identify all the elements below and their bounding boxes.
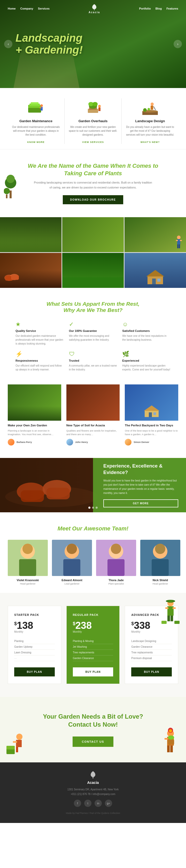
about-heading: We Are the Name of the Game When It Come…	[15, 162, 171, 177]
plan2-name: Regular Pack	[73, 613, 113, 616]
plan3-feature-1: Landscape Designing	[131, 639, 172, 644]
svg-rect-21	[153, 106, 156, 110]
plan2-period: Monthly	[73, 630, 113, 633]
plan1-buy-button[interactable]: BUY PLAN	[14, 668, 55, 676]
svg-rect-76	[174, 621, 180, 624]
svg-point-13	[98, 105, 101, 107]
social-linkedin[interactable]: in	[95, 800, 102, 807]
social-googleplus[interactable]: g+	[105, 800, 112, 807]
plan1-features: Planting Garden Upkeep Lawn Dressing —	[14, 639, 55, 661]
footer-credit: Made by FairThemes / Part of the Qudens …	[8, 811, 178, 815]
svg-rect-32	[179, 244, 180, 248]
team-member-1: Violet Krasnoski Head gardener	[8, 540, 48, 585]
gallery-item-1	[0, 217, 62, 252]
svg-rect-36	[11, 275, 19, 280]
guarantee-icon: ✓	[69, 321, 117, 328]
about-section: We Are the Name of the Game When It Come…	[0, 149, 186, 217]
svg-rect-65	[152, 559, 169, 576]
banner-description: Would you love to have the best garden i…	[103, 479, 178, 495]
blog-post-3: The Perfect Backyard in Two Days One of …	[125, 384, 178, 446]
service2-description: We create and fertilize your new garden …	[69, 125, 117, 137]
footer-social-row: f t in g+	[8, 800, 178, 807]
svg-rect-39	[152, 279, 156, 284]
hero-prev-button[interactable]: ‹	[4, 40, 12, 48]
why-item3-title: Satisfied Customers	[122, 329, 171, 332]
social-facebook[interactable]: f	[74, 800, 81, 807]
blog-post-1: Make your Own Zen Garden Planning a land…	[8, 384, 61, 446]
svg-rect-85	[164, 738, 168, 740]
svg-point-19	[143, 108, 147, 112]
experienced-icon: 🌿	[122, 351, 171, 358]
plan2-features: Planting & Moving Jet Washing Tree repla…	[73, 639, 113, 661]
hero-title: Landscaping + Gardening!	[15, 32, 83, 56]
svg-rect-1	[28, 107, 41, 113]
gallery-section	[0, 217, 186, 288]
why-item4-title: Responsiveness	[15, 359, 64, 362]
blog-post-2: New Type of Soil for Acacia Qualities an…	[66, 384, 120, 446]
plan3-buy-button[interactable]: BUY PLAN	[131, 668, 172, 676]
why-item-4: ⚡ Responsiveness Our efficient staff wil…	[15, 351, 64, 371]
team-photo-4	[140, 540, 180, 576]
blog2-desc: Qualities and flowers are seeds for insp…	[66, 429, 120, 436]
svg-rect-70	[173, 607, 176, 609]
blog3-desc: One of the best ways to be a good neighb…	[125, 429, 178, 436]
pricing-section: Starter Pack $138 Monthly Planting Garde…	[0, 593, 186, 697]
team-member-3: Thora Jade Plant specialist	[96, 540, 136, 585]
team3-name: Thora Jade	[96, 579, 136, 582]
plan1-feature-2: Garden Upkeep	[14, 644, 55, 650]
team3-role: Plant specialist	[96, 583, 136, 585]
nav-blog[interactable]: Blog	[155, 7, 162, 10]
nav-portfolio[interactable]: Portfolio	[139, 7, 151, 10]
svg-rect-61	[108, 559, 124, 576]
why-heading-italic: Why Are We The Best?	[64, 307, 123, 313]
why-item2-desc: We offer the most encouraging and satisf…	[69, 334, 117, 342]
blog-img-3	[125, 384, 178, 421]
svg-point-20	[148, 108, 150, 111]
why-item1-title: Quality Service	[15, 329, 64, 332]
hero-title-line2: + Gardening!	[15, 44, 83, 56]
navigation: Home Company Services Acacia Portfolio B…	[0, 0, 186, 17]
plan1-period: Monthly	[14, 630, 55, 633]
social-twitter[interactable]: t	[84, 800, 91, 807]
why-item2-title: Our 100% Guarantee	[69, 329, 117, 332]
blog1-title: Make your Own Zen Garden	[8, 423, 61, 427]
footer-contact: +011 (21) 876 78 / info@company.com	[8, 792, 178, 797]
service1-link[interactable]: KNOW MORE	[27, 141, 45, 144]
nav-links-left: Home Company Services	[8, 7, 49, 10]
nav-services[interactable]: Services	[38, 7, 49, 10]
responsive-icon: ⚡	[15, 351, 64, 358]
svg-rect-14	[99, 107, 101, 111]
banner-dot-1[interactable]	[88, 506, 90, 509]
svg-marker-38	[146, 270, 164, 277]
brochure-button[interactable]: DOWNLOAD OUR BROCHURE	[63, 195, 123, 204]
svg-point-62	[111, 544, 121, 554]
service2-link[interactable]: VIEW SERVICES	[82, 141, 104, 144]
plan2-buy-button[interactable]: BUY PLAN	[73, 668, 113, 676]
team4-role: Head gardener	[140, 583, 180, 585]
banner-heading: Experience, Excellence & Evidence?	[103, 463, 178, 475]
why-heading: What Sets Us Appart From the Rest, Why A…	[15, 301, 171, 313]
why-item3-desc: We have one of the best reputations in t…	[122, 334, 171, 342]
banner-section: Experience, Excellence & Evidence? Would…	[0, 458, 186, 512]
service3-title: Landscape Design	[125, 119, 175, 123]
svg-point-24	[6, 175, 15, 183]
banner-button[interactable]: GET MORE	[103, 499, 178, 507]
plan3-feature-2: Garden Clearance	[131, 644, 172, 650]
svg-point-15	[151, 102, 154, 105]
svg-rect-16	[151, 105, 153, 110]
banner-dot-2[interactable]	[92, 506, 94, 509]
nav-features[interactable]: Features	[166, 7, 178, 10]
hero-next-button[interactable]: ›	[174, 40, 182, 48]
service3-link[interactable]: WHAT'S NEW?	[141, 141, 160, 144]
nav-home[interactable]: Home	[8, 7, 16, 10]
plan1-feature-1: Planting	[14, 639, 55, 644]
blog1-author-name: Barbara Perry	[16, 441, 32, 443]
svg-rect-30	[180, 240, 182, 241]
cta-heading-span: Contact Us Now!	[68, 721, 118, 728]
cta-contact-button[interactable]: CONTACT US	[73, 737, 113, 747]
cta-figure-left	[5, 730, 28, 763]
gallery-item-6	[124, 253, 186, 288]
nav-company[interactable]: Company	[21, 7, 33, 10]
banner-dot-3[interactable]	[96, 506, 98, 509]
service1-title: Garden Maintenance	[11, 119, 61, 123]
